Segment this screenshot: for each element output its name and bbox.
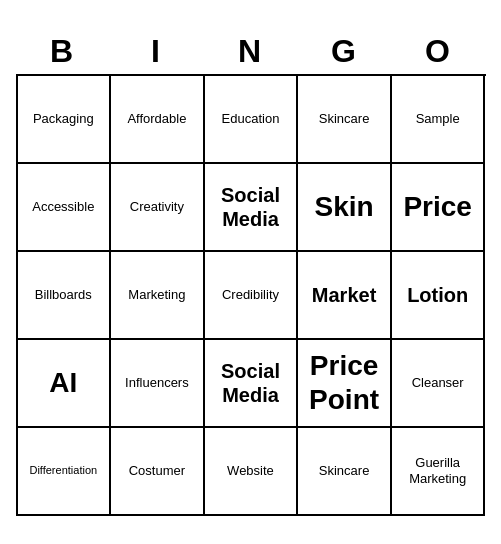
bingo-cell: Differentiation: [18, 428, 112, 516]
bingo-row: DifferentiationCostumerWebsiteSkincareGu…: [18, 428, 486, 516]
bingo-cell: Influencers: [111, 340, 205, 428]
bingo-cell: Education: [205, 76, 299, 164]
bingo-cell: Billboards: [18, 252, 112, 340]
bingo-cell: Skincare: [298, 428, 392, 516]
bingo-grid: PackagingAffordableEducationSkincareSamp…: [16, 74, 486, 516]
bingo-cell: Sample: [392, 76, 486, 164]
bingo-cell: Accessible: [18, 164, 112, 252]
bingo-cell: Skin: [298, 164, 392, 252]
bingo-cell: Social Media: [205, 340, 299, 428]
header-letter: G: [298, 29, 392, 74]
bingo-cell: Market: [298, 252, 392, 340]
bingo-cell: Costumer: [111, 428, 205, 516]
bingo-header: BINGO: [16, 29, 486, 74]
bingo-card: BINGO PackagingAffordableEducationSkinca…: [16, 29, 486, 516]
bingo-cell: Social Media: [205, 164, 299, 252]
bingo-row: AIInfluencersSocial MediaPrice PointClea…: [18, 340, 486, 428]
header-letter: I: [110, 29, 204, 74]
bingo-cell: Guerilla Marketing: [392, 428, 486, 516]
bingo-row: BillboardsMarketingCredibilityMarketLoti…: [18, 252, 486, 340]
bingo-cell: Lotion: [392, 252, 486, 340]
header-letter: N: [204, 29, 298, 74]
bingo-cell: Packaging: [18, 76, 112, 164]
bingo-cell: Skincare: [298, 76, 392, 164]
bingo-cell: Creativity: [111, 164, 205, 252]
header-letter: B: [16, 29, 110, 74]
bingo-row: PackagingAffordableEducationSkincareSamp…: [18, 76, 486, 164]
bingo-cell: Credibility: [205, 252, 299, 340]
bingo-cell: Cleanser: [392, 340, 486, 428]
bingo-cell: Price Point: [298, 340, 392, 428]
bingo-cell: Marketing: [111, 252, 205, 340]
bingo-cell: Website: [205, 428, 299, 516]
bingo-cell: Affordable: [111, 76, 205, 164]
bingo-cell: Price: [392, 164, 486, 252]
bingo-cell: AI: [18, 340, 112, 428]
bingo-row: AccessibleCreativitySocial MediaSkinPric…: [18, 164, 486, 252]
header-letter: O: [392, 29, 486, 74]
